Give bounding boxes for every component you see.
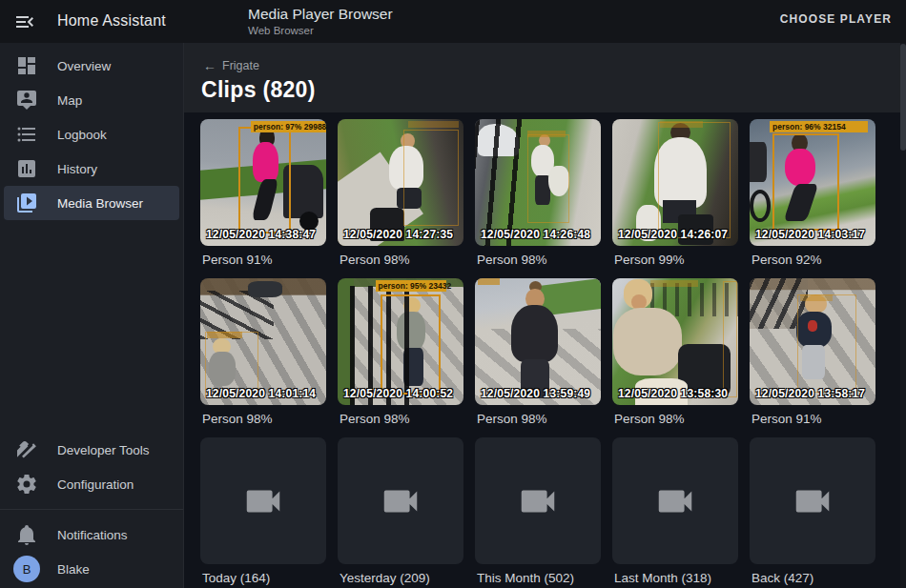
clip-caption: Person 98%	[477, 253, 601, 271]
sidebar-divider	[0, 509, 183, 510]
folder-this-month[interactable]	[475, 437, 601, 564]
home-assistant-window: Home Assistant Media Player Browser Web …	[0, 0, 906, 588]
clip-card: person: 96% 32154 12/05/2020 14:03:17 Pe…	[750, 119, 875, 278]
folder-label: Today (164)	[202, 571, 326, 588]
clip-card: 12/05/2020 14:26:48 Person 98%	[475, 119, 601, 278]
clip-thumbnail[interactable]: person: 95% 23432 12/05/2020 14:00:52	[338, 278, 463, 405]
clip-timestamp: 12/05/2020 14:26:07	[618, 228, 728, 241]
clip-timestamp: 12/05/2020 14:38:47	[206, 228, 316, 241]
clip-caption: Person 91%	[202, 253, 326, 271]
page-title: Clips (820)	[201, 77, 316, 103]
folder-label: Back (427)	[752, 571, 875, 588]
clip-caption: Person 99%	[614, 253, 738, 271]
folder-today[interactable]	[200, 437, 326, 564]
video-camera-icon	[791, 479, 834, 523]
detection-label: person: 97% 29988	[251, 121, 326, 132]
clip-caption: Person 98%	[340, 253, 463, 271]
dashboard-icon	[15, 54, 38, 77]
user-avatar: B	[13, 556, 40, 582]
clip-caption: Person 98%	[340, 412, 463, 430]
page-header-subtitle: Web Browser	[248, 25, 393, 36]
choose-player-button[interactable]: CHOOSE PLAYER	[780, 12, 892, 26]
app-title: Home Assistant	[57, 12, 166, 30]
sidebar-item-user[interactable]: B Blake	[4, 552, 179, 586]
clip-timestamp: 12/05/2020 14:01:14	[206, 387, 316, 400]
clips-grid: person: 97% 29988 12/05/2020 14:38:47 Pe…	[184, 112, 906, 588]
clip-card: person: 97% 29988 12/05/2020 14:38:47 Pe…	[200, 119, 326, 278]
sidebar-item-notifications[interactable]: Notifications	[4, 517, 179, 552]
sidebar-item-logbook[interactable]: Logbook	[4, 117, 179, 152]
clip-timestamp: 12/05/2020 14:03:17	[755, 228, 865, 241]
app-header: Home Assistant Media Player Browser Web …	[0, 0, 906, 43]
folder-card: Last Month (318)	[612, 437, 738, 588]
clip-card: 12/05/2020 14:27:35 Person 98%	[338, 119, 463, 278]
clip-card: 12/05/2020 14:01:14 Person 98%	[200, 278, 326, 437]
detection-label: person: 95% 23432	[376, 280, 446, 292]
sidebar-item-configuration[interactable]: Configuration	[4, 467, 179, 501]
bell-icon	[15, 523, 38, 546]
sidebar-item-map[interactable]: Map	[4, 83, 179, 117]
folder-card: This Month (502)	[475, 437, 601, 588]
clip-card: 12/05/2020 14:26:07 Person 99%	[612, 119, 738, 278]
clip-caption: Person 92%	[752, 253, 875, 271]
clip-thumbnail[interactable]: 12/05/2020 13:59:49	[475, 278, 601, 405]
clip-thumbnail[interactable]: 12/05/2020 14:26:07	[612, 119, 738, 246]
folder-yesterday[interactable]	[338, 437, 463, 564]
back-to-frigate-link[interactable]: ← Frigate	[203, 59, 259, 72]
video-camera-icon	[241, 479, 285, 523]
folder-card: Back (427)	[750, 437, 875, 588]
hammer-icon	[15, 438, 38, 461]
sidebar: Overview Map Logbook History Media Brows…	[0, 43, 184, 588]
clip-row-2: 12/05/2020 14:01:14 Person 98% person: 9…	[200, 278, 875, 437]
clip-thumbnail[interactable]: person: 96% 32154 12/05/2020 14:03:17	[750, 119, 875, 246]
play-box-multiple-icon	[15, 192, 38, 214]
video-camera-icon	[379, 479, 422, 523]
video-camera-icon	[653, 479, 697, 523]
folder-last-month[interactable]	[612, 437, 738, 564]
map-account-icon	[15, 89, 38, 112]
sidebar-item-media-browser[interactable]: Media Browser	[4, 186, 179, 220]
folder-back[interactable]	[750, 437, 875, 564]
clip-caption: Person 98%	[477, 412, 601, 430]
sidebar-item-overview[interactable]: Overview	[4, 49, 179, 83]
folder-label: This Month (502)	[477, 571, 601, 588]
clip-timestamp: 12/05/2020 14:00:52	[343, 387, 453, 400]
clip-thumbnail[interactable]: 12/05/2020 14:01:14	[200, 278, 326, 405]
folder-label: Yesterday (209)	[340, 571, 463, 588]
clip-card: 12/05/2020 13:58:30 Person 98%	[612, 278, 738, 437]
clip-thumbnail[interactable]: 12/05/2020 14:27:35	[338, 119, 463, 246]
clip-card: 12/05/2020 13:59:49 Person 98%	[475, 278, 601, 437]
clip-timestamp: 12/05/2020 13:59:49	[481, 387, 590, 400]
folder-card: Yesterday (209)	[338, 437, 463, 588]
list-icon	[15, 123, 38, 146]
folder-row: Today (164) Yesterday (209) This Month (…	[200, 437, 875, 588]
clip-caption: Person 91%	[752, 412, 875, 430]
folder-label: Last Month (318)	[614, 571, 738, 588]
clip-thumbnail[interactable]: 12/05/2020 13:58:30	[612, 278, 738, 405]
content-header: ← Frigate Clips (820)	[184, 43, 906, 112]
clip-thumbnail[interactable]: person: 97% 29988 12/05/2020 14:38:47	[200, 119, 326, 246]
clip-timestamp: 12/05/2020 14:26:48	[481, 228, 590, 241]
clip-card: person: 95% 23432 12/05/2020 14:00:52 Pe…	[338, 278, 463, 437]
clip-timestamp: 12/05/2020 13:58:17	[755, 387, 865, 400]
folder-card: Today (164)	[200, 437, 326, 588]
clip-timestamp: 12/05/2020 13:58:30	[618, 387, 728, 400]
clip-row-1: person: 97% 29988 12/05/2020 14:38:47 Pe…	[200, 119, 875, 278]
clip-card: 12/05/2020 13:58:17 Person 91%	[750, 278, 875, 437]
gear-icon	[15, 473, 38, 496]
page-header-title: Media Player Browser	[248, 6, 393, 23]
clip-caption: Person 98%	[202, 412, 326, 430]
clip-timestamp: 12/05/2020 14:27:35	[343, 228, 453, 241]
sidebar-item-history[interactable]: History	[4, 152, 179, 186]
back-arrow-icon: ←	[203, 59, 216, 72]
sidebar-toggle-icon[interactable]	[13, 10, 36, 33]
clip-thumbnail[interactable]: 12/05/2020 13:58:17	[750, 278, 875, 405]
sidebar-item-developer-tools[interactable]: Developer Tools	[4, 433, 179, 467]
clip-thumbnail[interactable]: 12/05/2020 14:26:48	[475, 119, 601, 246]
scrollbar[interactable]	[900, 43, 906, 588]
scrollbar-thumb[interactable]	[900, 44, 906, 151]
clip-caption: Person 98%	[614, 412, 738, 430]
chart-icon	[15, 157, 38, 180]
video-camera-icon	[516, 479, 560, 523]
detection-label: person: 96% 32154	[770, 121, 868, 132]
